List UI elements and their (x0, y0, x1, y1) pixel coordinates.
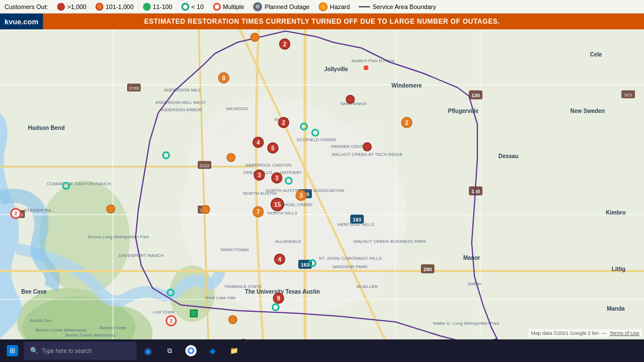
svg-text:WALNUT CREEK BUSINESS PARK: WALNUT CREEK BUSINESS PARK (353, 239, 427, 244)
cortana-icon: ◉ (142, 345, 154, 356)
outage-marker[interactable] (228, 315, 237, 324)
outage-marker[interactable]: 2 (279, 38, 290, 50)
cortana-button[interactable]: ◉ (138, 342, 158, 360)
map-container: 275 183 183 130 130 290 620 360 2222 276… (0, 0, 644, 362)
outage-marker[interactable]: 5 (267, 142, 279, 154)
outage-marker-teal[interactable] (308, 259, 316, 267)
svg-text:ANDERSON MILL WEST: ANDERSON MILL WEST (155, 100, 206, 105)
outage-marker[interactable]: 7 (253, 206, 264, 217)
outage-marker[interactable]: 15 (271, 198, 284, 211)
svg-text:Manor: Manor (463, 255, 480, 261)
red-dot-icon (57, 3, 65, 11)
edge-button[interactable]: ◆ (202, 342, 223, 360)
taskbar: ⊞ 🔍 Type here to search ◉ ⧉ ◆ 📁 (0, 339, 644, 362)
svg-text:WALNUT CREEK AT TECH RIDGE: WALNUT CREEK AT TECH RIDGE (332, 152, 403, 157)
svg-text:Windemere: Windemere (391, 82, 422, 89)
legend-multiple: Multiple (213, 3, 245, 11)
explorer-button[interactable]: 📁 (224, 342, 244, 360)
boundary-line-icon (359, 6, 370, 7)
task-view-button[interactable]: ⧉ (159, 342, 180, 360)
svg-text:Cele: Cele (590, 51, 602, 58)
svg-text:Barton Creek: Barton Creek (99, 325, 127, 330)
chrome-button[interactable] (181, 342, 201, 360)
svg-text:ANDERSON MILL: ANDERSON MILL (164, 88, 201, 93)
outage-marker-teal[interactable] (311, 129, 319, 137)
legend-under10: < 10 (181, 3, 204, 11)
legend-planned-outage: ⚙ Planned Outage (253, 2, 310, 11)
svg-text:Emma Long Metropolitan Park: Emma Long Metropolitan Park (88, 234, 150, 239)
outage-marker[interactable]: 4 (253, 137, 264, 148)
start-button[interactable]: ⊞ (2, 342, 23, 360)
search-icon: 🔍 (28, 345, 40, 356)
map-attribution: Map data ©2021 Google 2 km — Terms of Us… (529, 329, 642, 337)
outage-marker-teal[interactable] (285, 177, 293, 185)
svg-text:Kimbro: Kimbro (606, 210, 626, 216)
svg-text:2222: 2222 (199, 163, 210, 168)
outage-marker[interactable]: 3 (254, 169, 265, 181)
chrome-icon (185, 345, 197, 356)
outage-marker[interactable]: 2 (278, 117, 289, 128)
svg-point-104 (189, 349, 193, 352)
svg-text:TARRYTOWN: TARRYTOWN (220, 247, 249, 252)
edge-icon: ◆ (207, 345, 218, 356)
search-bar[interactable]: 🔍 Type here to search (24, 342, 137, 360)
orange-dot-icon (95, 3, 103, 11)
svg-text:Littig: Littig (612, 266, 625, 272)
outage-marker[interactable]: 3 (271, 172, 282, 184)
legend-101to1000: 101-1,000 (95, 3, 134, 11)
outage-marker[interactable] (363, 142, 372, 151)
svg-text:DAVENPORT RANCH: DAVENPORT RANCH (119, 253, 164, 258)
outage-marker[interactable]: 2 (401, 117, 412, 128)
outage-marker[interactable]: 4 (274, 254, 285, 265)
outage-marker-teal[interactable] (167, 289, 175, 296)
svg-text:Austin Zoo: Austin Zoo (30, 318, 52, 323)
outage-marker[interactable] (250, 33, 259, 42)
outage-marker[interactable] (106, 204, 115, 213)
outage-marker-multi[interactable]: 2 (166, 315, 177, 326)
customers-out-label: Customers Out: (5, 3, 48, 10)
svg-point-102 (363, 65, 369, 71)
alert-banner: ESTIMATED RESTORATION TIMES CURRENTLY TU… (0, 14, 644, 29)
outage-marker[interactable] (227, 153, 236, 162)
explorer-icon: 📁 (228, 345, 240, 356)
outage-marker[interactable]: 9 (273, 293, 284, 304)
svg-text:WINDSOR PARK: WINDSOR PARK (333, 264, 368, 269)
svg-text:ALLANDALE: ALLANDALE (275, 239, 301, 244)
svg-text:Hudson Bend: Hudson Bend (28, 125, 65, 131)
outage-marker[interactable] (201, 205, 210, 214)
outage-marker[interactable]: 3 (295, 190, 307, 201)
svg-text:New Sweden: New Sweden (570, 108, 604, 114)
svg-text:West Lake Hills: West Lake Hills (205, 295, 236, 300)
legend-service-boundary: Service Area Boundary (359, 3, 436, 10)
windows-icon: ⊞ (7, 345, 18, 356)
hazard-icon: ! (319, 2, 328, 11)
svg-text:Dessau: Dessau (498, 153, 519, 159)
svg-text:Barton Creek Wilderness: Barton Creek Wilderness (66, 333, 116, 338)
svg-text:GATEWAY: GATEWAY (280, 170, 302, 175)
svg-text:973: 973 (624, 93, 632, 98)
svg-text:2769: 2769 (129, 86, 139, 91)
svg-text:HARDROCK CANYON: HARDROCK CANYON (245, 163, 291, 168)
outage-marker-multi[interactable]: 2 (10, 208, 21, 219)
svg-text:Manda: Manda (607, 306, 625, 312)
legend-hazard: ! Hazard (319, 2, 350, 11)
kvue-logo: kvue.com (0, 14, 43, 29)
svg-text:NORTH HILLS: NORTH HILLS (268, 211, 298, 216)
legend-11to100: 11-100 (143, 3, 172, 11)
svg-text:ANDERSON ARBOR: ANDERSON ARBOR (159, 107, 202, 112)
legend-over1000: >1,000 (57, 3, 86, 11)
outage-marker-square[interactable] (190, 309, 198, 317)
outage-marker-teal[interactable] (62, 182, 70, 190)
outage-marker-teal[interactable] (272, 303, 280, 311)
gear-circle-icon: ⚙ (253, 2, 262, 11)
svg-text:SCOFIELD FARMS: SCOFIELD FARMS (297, 137, 336, 142)
map-background: 275 183 183 130 130 290 620 360 2222 276… (0, 0, 644, 362)
outage-marker[interactable] (346, 95, 355, 104)
teal-hollow-icon (181, 3, 189, 11)
svg-text:290: 290 (423, 267, 432, 272)
outage-marker-teal[interactable] (300, 123, 308, 130)
outage-marker-teal[interactable] (162, 151, 170, 159)
svg-text:STEINER RA...: STEINER RA... (24, 208, 55, 213)
outage-marker[interactable]: 8 (218, 72, 229, 84)
svg-text:Barton Creek Wilderness: Barton Creek Wilderness (36, 328, 86, 333)
